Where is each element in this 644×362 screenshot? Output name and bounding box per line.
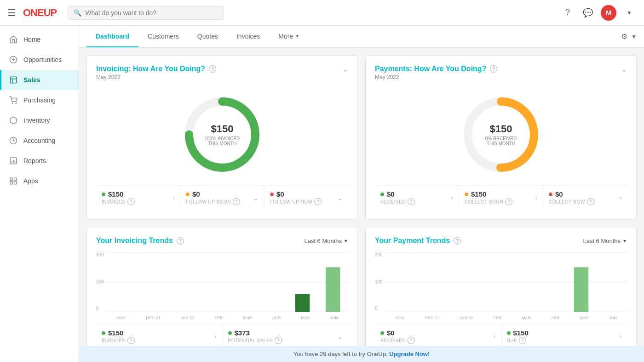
payments-stat-collect-soon[interactable]: $150 COLLECT SOON ? ›: [459, 186, 543, 210]
payment-trend-received-amount: $0: [387, 329, 395, 337]
payment-trend-due-label: DUE: [507, 338, 518, 343]
y-axis-labels: 500 250 0: [96, 252, 104, 320]
invoicing-collapse-icon[interactable]: ⌄: [342, 65, 348, 74]
collect-soon-label: COLLECT SOON: [465, 199, 503, 204]
green-dot-6: [507, 331, 511, 335]
sidebar-item-opportunities[interactable]: Opportunities: [0, 50, 79, 70]
payment-trend-due-arrow: ›: [620, 334, 621, 340]
chevron-down-icon[interactable]: ▼: [622, 6, 637, 20]
invoicing-card: Invoicing: How Are You Doing? ? May 2022…: [86, 55, 358, 220]
tab-dashboard[interactable]: Dashboard: [86, 26, 138, 47]
collect-now-help-icon[interactable]: ?: [587, 198, 594, 205]
trend-invoiced-help[interactable]: ?: [127, 337, 135, 344]
trend-potential-expand[interactable]: ⌄: [337, 333, 343, 340]
expand-icon[interactable]: ▼: [631, 34, 637, 40]
hamburger-menu[interactable]: ☰: [7, 7, 16, 18]
invoicing-trends-title: Your Invoicing Trends ?: [96, 237, 184, 245]
sidebar-item-apps[interactable]: Apps: [0, 171, 79, 191]
invoicing-donut: $150 100% INVOICED THIS MONTH: [181, 93, 264, 176]
payment-trends-title: Your Payment Trends ?: [375, 237, 461, 245]
tab-more[interactable]: More ▼: [269, 26, 309, 47]
banner-text: You have 29 days left to try OneUp.: [293, 351, 388, 357]
received-help-icon[interactable]: ?: [408, 198, 415, 205]
follow-soon-label: FOLLOW UP SOON: [186, 199, 231, 204]
payments-stat-collect-now[interactable]: $0 COLLECT NOW ? ›: [543, 186, 627, 210]
payment-trend-stat-due[interactable]: $150 DUE ? ›: [501, 324, 627, 346]
topbar: ☰ ONEUP 🔍 ? 💬 M ▼: [0, 0, 644, 26]
sidebar-item-home[interactable]: Home: [0, 29, 79, 50]
payment-trend-received-help[interactable]: ?: [408, 337, 415, 344]
invoiced-help-icon[interactable]: ?: [127, 198, 135, 205]
logo: ONEUP: [23, 7, 57, 19]
settings-area: ⚙ ▼: [621, 32, 637, 41]
search-input[interactable]: [85, 9, 218, 17]
trend-potential-help[interactable]: ?: [275, 337, 282, 344]
payments-card-title: Payments: How Are You Doing? ?: [375, 65, 497, 73]
follow-now-help-icon[interactable]: ?: [314, 198, 322, 205]
payment-trend-received-arrow: ›: [494, 334, 495, 340]
chat-icon[interactable]: 💬: [581, 6, 595, 20]
nav-tabs: Dashboard Customers Quotes Invoices More…: [79, 26, 644, 48]
help-icon[interactable]: ?: [560, 6, 575, 20]
invoicing-trends-help-icon[interactable]: ?: [177, 237, 184, 244]
invoicing-trends-period[interactable]: Last 6 Months ▼: [304, 238, 348, 244]
follow-soon-expand-icon[interactable]: ⌄: [253, 194, 259, 202]
green-dot-4: [228, 331, 232, 335]
payment-trend-stat-received[interactable]: $0 RECEIVED ? ›: [375, 324, 501, 346]
payments-help-icon[interactable]: ?: [490, 65, 497, 73]
logo-text: ONEUP: [23, 7, 57, 19]
collect-soon-arrow-icon: ›: [535, 195, 537, 201]
payment-trend-due-amount: $150: [513, 329, 529, 337]
received-label: RECEIVED: [380, 199, 406, 204]
sidebar-item-purchasing[interactable]: Purchasing: [0, 90, 79, 110]
payments-card: Payments: How Are You Doing? ? May 2022 …: [365, 55, 637, 220]
tab-invoices[interactable]: Invoices: [227, 26, 269, 47]
invoicing-card-stats: $150 INVOICED ? ›: [96, 185, 348, 210]
payments-donut-label: 0% RECEIVED THIS MONTH: [480, 136, 522, 146]
payments-donut-amount: $150: [480, 123, 522, 135]
green-dot-5: [380, 331, 384, 335]
payments-collapse-icon[interactable]: ⌄: [621, 65, 627, 74]
collect-soon-help-icon[interactable]: ?: [505, 198, 512, 205]
trend-stat-potential[interactable]: $373 POTENTIAL SALES ? ⌄: [223, 324, 349, 346]
sidebar-item-reports-label: Reports: [23, 157, 46, 164]
home-icon: [9, 35, 18, 44]
sidebar-item-reports[interactable]: Reports: [0, 151, 79, 171]
follow-now-expand-icon[interactable]: ⌄: [337, 194, 343, 202]
payment-chart: NOV DEC 21 JAN 22 FEB MAR APR MAY JUN: [385, 252, 627, 320]
invoicing-help-icon[interactable]: ?: [209, 65, 216, 73]
settings-icon[interactable]: ⚙: [621, 32, 627, 41]
sidebar-item-accounting[interactable]: Accounting: [0, 130, 79, 151]
search-icon: 🔍: [74, 9, 81, 17]
svg-rect-18: [326, 267, 340, 312]
payment-trends-card: Your Payment Trends ? Last 6 Months ▼ 20…: [365, 227, 637, 346]
invoiced-arrow-icon: ›: [172, 195, 174, 201]
payment-trend-due-help[interactable]: ?: [519, 337, 526, 344]
payments-card-stats: $0 RECEIVED ? ›: [375, 185, 627, 210]
avatar[interactable]: M: [601, 5, 616, 21]
collect-soon-amount: $150: [471, 190, 486, 198]
invoicing-stat-follow-soon[interactable]: $0 FOLLOW UP SOON ? ⌄: [180, 186, 264, 210]
payment-trends-period[interactable]: Last 6 Months ▼: [583, 238, 627, 244]
upgrade-link[interactable]: Upgrade Now!: [389, 351, 430, 357]
payments-card-header: Payments: How Are You Doing? ? May 2022 …: [375, 65, 627, 80]
payments-stat-received[interactable]: $0 RECEIVED ? ›: [375, 186, 459, 210]
follow-soon-help-icon[interactable]: ?: [233, 198, 240, 205]
sidebar: Home Opportunities Sales Purchasing Inve…: [0, 26, 79, 362]
sidebar-item-home-label: Home: [23, 36, 40, 43]
invoicing-donut-area: $150 100% INVOICED THIS MONTH: [96, 84, 348, 185]
sidebar-item-sales[interactable]: Sales: [0, 70, 79, 90]
payment-trends-help-icon[interactable]: ?: [454, 237, 461, 244]
invoicing-stat-follow-now[interactable]: $0 FOLLOW UP NOW ? ⌄: [264, 186, 348, 210]
invoicing-stat-invoiced[interactable]: $150 INVOICED ? ›: [96, 186, 180, 210]
invoicing-card-subtitle: May 2022: [96, 74, 216, 80]
trend-stat-invoiced[interactable]: $150 INVOICED ? ›: [96, 324, 223, 346]
sidebar-item-inventory[interactable]: Inventory: [0, 110, 79, 130]
tab-quotes[interactable]: Quotes: [188, 26, 227, 47]
invoicing-card-title: Invoicing: How Are You Doing? ?: [96, 65, 216, 73]
invoicing-donut-label: 100% INVOICED THIS MONTH: [201, 136, 243, 146]
svg-rect-17: [295, 294, 310, 312]
tab-customers[interactable]: Customers: [138, 26, 188, 47]
invoicing-donut-center: $150 100% INVOICED THIS MONTH: [201, 123, 243, 146]
accounting-icon: [9, 136, 18, 145]
